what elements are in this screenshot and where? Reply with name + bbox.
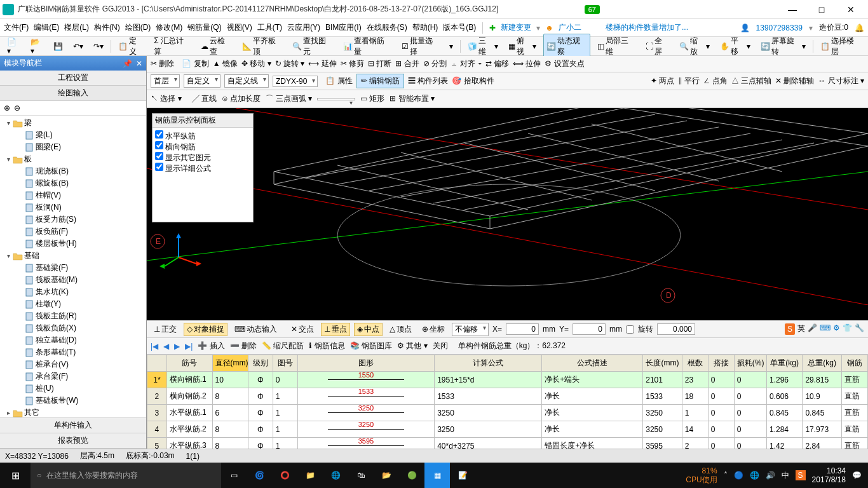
- next-button[interactable]: ▶: [174, 342, 180, 351]
- tray-icon[interactable]: 🔵: [734, 471, 743, 480]
- ortho-toggle[interactable]: ⊥ 正交: [151, 323, 180, 336]
- smart-layout-tool[interactable]: ⊞ 智能布置 ▾: [390, 93, 435, 104]
- account-link[interactable]: 13907298339: [756, 24, 803, 32]
- volume-icon[interactable]: 🔊: [766, 471, 775, 480]
- floor-combo[interactable]: 首层: [151, 74, 180, 88]
- new-button[interactable]: 📄▾: [4, 36, 24, 57]
- menu-item[interactable]: 云应用(Y): [287, 22, 320, 33]
- first-button[interactable]: |◀: [151, 342, 158, 351]
- grid-header[interactable]: 单重(kg): [767, 355, 803, 372]
- trim-button[interactable]: ✂ 修剪: [341, 58, 364, 69]
- menu-item[interactable]: BIM应用(I): [325, 22, 362, 33]
- tree-node[interactable]: 楼层板带(H): [0, 238, 146, 250]
- top-view-button[interactable]: ▦ 俯视 ▾: [505, 34, 539, 59]
- dropdown-button[interactable]: ▾: [446, 40, 456, 53]
- snap-coord[interactable]: ⊕ 坐标: [419, 323, 448, 336]
- grid-header[interactable]: 级别: [248, 355, 273, 372]
- three-point-button[interactable]: △ 三点辅轴: [731, 76, 771, 86]
- cloud-check-button[interactable]: ☁ 云检查: [198, 34, 235, 59]
- app-icon[interactable]: 🌀: [247, 463, 272, 488]
- snap-intersect[interactable]: ✕ 交点: [288, 323, 317, 336]
- last-button[interactable]: ▶|: [185, 342, 193, 351]
- tree-node[interactable]: ▸其它: [0, 407, 146, 417]
- tree-node[interactable]: 现浇板(B): [0, 165, 146, 177]
- grip-button[interactable]: ⚙ 设置夹点: [545, 58, 584, 69]
- network-icon[interactable]: 🌐: [750, 471, 759, 480]
- grid-header[interactable]: 图形: [297, 355, 434, 372]
- rebar-grid[interactable]: 筋号直径(mm)级别图号图形计算公式公式描述长度(mm)根数搭接损耗(%)单重(…: [147, 355, 868, 449]
- grid-row[interactable]: 3水平纵筋.16Φ132503250净长32501000.8450.845直筋: [147, 405, 868, 421]
- grid-header[interactable]: [147, 355, 167, 372]
- tree-node[interactable]: 板负筋(F): [0, 226, 146, 238]
- select-tool[interactable]: ↖ 选择 ▾: [151, 93, 182, 104]
- menu-item[interactable]: 绘图(D): [125, 22, 151, 33]
- merge-button[interactable]: ⊞ 合并: [395, 58, 419, 69]
- grid-header[interactable]: 直径(mm): [212, 355, 248, 372]
- grid-header[interactable]: 总重(kg): [803, 355, 842, 372]
- tree-node[interactable]: 梁(L): [0, 129, 146, 141]
- menu-item[interactable]: 修改(M): [156, 22, 182, 33]
- rebar-qty-button[interactable]: 📊 查看钢筋量: [340, 34, 394, 59]
- zoom-button[interactable]: 🔍 缩放 ▾: [676, 34, 713, 59]
- grid-row[interactable]: 5水平纵筋.38Φ1359540*d+3275锚固长度+净长35952001.4…: [147, 438, 868, 449]
- tree-node[interactable]: 桩承台(V): [0, 358, 146, 370]
- delete-button[interactable]: ✂ 删除: [151, 58, 174, 69]
- app-icon[interactable]: ▦: [424, 463, 450, 488]
- tab-project-settings[interactable]: 工程设置: [0, 71, 146, 86]
- 3d-button[interactable]: 🧊 三维 ▾: [465, 34, 501, 59]
- pin-icon[interactable]: 📌: [123, 59, 132, 68]
- move-button[interactable]: ✥ 移动 ▾: [241, 58, 271, 69]
- rebar-display-panel[interactable]: 钢筋显示控制面板 水平纵筋 横向钢筋 显示其它图元 显示详细公式: [152, 113, 254, 222]
- category-combo[interactable]: 自定义: [184, 74, 220, 88]
- tree-node[interactable]: 螺旋板(B): [0, 177, 146, 189]
- grid-header[interactable]: 图号: [273, 355, 297, 372]
- cloud-badge[interactable]: 67: [585, 5, 600, 14]
- new-change-link[interactable]: 新建变更: [501, 22, 531, 33]
- properties-button[interactable]: 📋 属性: [325, 76, 352, 86]
- draw-combo[interactable]: [317, 98, 355, 100]
- tree-node[interactable]: 板洞(N): [0, 201, 146, 214]
- extend-button[interactable]: ⟷ 延伸: [308, 58, 336, 69]
- edge-icon[interactable]: 🌐: [323, 463, 348, 488]
- open-button[interactable]: 📂▾: [27, 36, 47, 57]
- tree-node[interactable]: 圈梁(E): [0, 141, 146, 153]
- snap-mid[interactable]: ◈ 中点: [354, 323, 383, 336]
- menu-item[interactable]: 文件(F): [4, 22, 29, 33]
- expand-icon[interactable]: ⊕: [4, 104, 10, 112]
- delete-axis-button[interactable]: ✕ 删除辅轴: [775, 76, 814, 86]
- menu-item[interactable]: 帮助(H): [412, 22, 438, 33]
- component-tree[interactable]: ▾梁梁(L)圈梁(E)▾板现浇板(B)螺旋板(B)柱帽(V)板洞(N)板受力筋(…: [0, 116, 146, 417]
- panel-option[interactable]: 横向钢筋: [155, 141, 250, 152]
- tree-node[interactable]: ▾板: [0, 153, 146, 165]
- tool-icon[interactable]: 🔧: [855, 323, 864, 335]
- fullscreen-button[interactable]: ⛶ 全屏: [642, 34, 672, 59]
- panel-option[interactable]: 显示其它图元: [155, 152, 250, 163]
- parallel-button[interactable]: ∥ 平行: [678, 76, 700, 86]
- panel-option[interactable]: 显示详细公式: [155, 163, 250, 173]
- tree-node[interactable]: 基础板带(W): [0, 395, 146, 407]
- explorer-icon[interactable]: 📂: [374, 463, 399, 488]
- dyn-input-toggle[interactable]: ⌨ 动态输入: [231, 323, 280, 336]
- menu-item[interactable]: 版本号(B): [443, 22, 476, 33]
- sum-button[interactable]: Σ 汇总计算: [151, 34, 194, 59]
- menu-item[interactable]: 构件(N): [94, 22, 120, 33]
- keyboard-icon[interactable]: ⌨: [820, 323, 831, 335]
- rebar-info-button[interactable]: ℹ 钢筋信息: [309, 341, 344, 351]
- screen-rotate-button[interactable]: 🔄 屏幕旋转 ▾: [757, 34, 809, 59]
- sogou-tray-icon[interactable]: S: [796, 470, 806, 480]
- rebar-lib-button[interactable]: 📚 钢筋图库: [350, 341, 392, 351]
- grid-header[interactable]: 长度(mm): [643, 355, 682, 372]
- grid-header[interactable]: 计算公式: [435, 355, 542, 372]
- offset-button[interactable]: ⇄ 偏移: [485, 58, 509, 69]
- rect-tool[interactable]: ▭ 矩形: [360, 93, 384, 104]
- app-icon[interactable]: 📝: [450, 463, 475, 488]
- edit-rebar-button[interactable]: ✏ 编辑钢筋: [356, 74, 404, 88]
- snap-vertex[interactable]: △ 顶点: [386, 323, 415, 336]
- mirror-button[interactable]: ▲ 镜像: [213, 58, 238, 69]
- component-combo[interactable]: ZDYX-90: [273, 76, 318, 87]
- clock[interactable]: 10:342017/8/18: [812, 466, 846, 484]
- menu-item[interactable]: 钢筋量(Q): [187, 22, 221, 33]
- rotate-check[interactable]: [626, 325, 634, 334]
- panel-option[interactable]: 水平纵筋: [155, 130, 250, 141]
- point-angle-button[interactable]: ∠ 点角: [703, 76, 727, 86]
